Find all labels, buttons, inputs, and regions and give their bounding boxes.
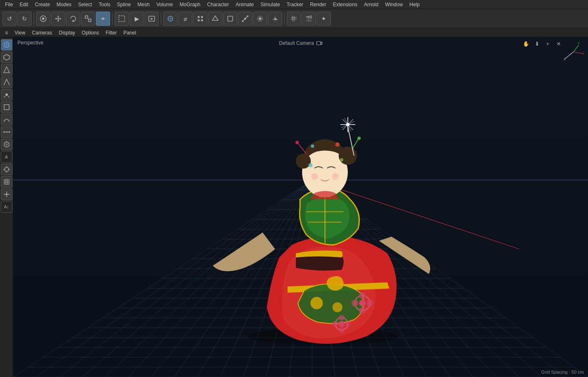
svg-point-89	[359, 300, 366, 306]
sidebar-point-mode[interactable]	[1, 89, 12, 100]
menu-simulate[interactable]: Simulate	[257, 1, 283, 8]
symmetry-button[interactable]	[268, 12, 282, 26]
live-selection-button[interactable]	[36, 12, 50, 26]
svg-point-102	[332, 173, 339, 180]
render-region-button[interactable]	[115, 12, 129, 26]
svg-line-107	[352, 139, 358, 149]
svg-marker-75	[321, 42, 322, 44]
camera-stage-button[interactable]: 🎬	[302, 12, 316, 26]
scale-button[interactable]	[81, 12, 95, 26]
sidebar-snap[interactable]	[1, 164, 12, 175]
view-menu-bar: ≡ View Cameras Display Options Filter Pa…	[0, 28, 588, 37]
perspective-label: Perspective	[17, 40, 44, 46]
sidebar-edge-mode[interactable]	[1, 76, 12, 88]
character-svg	[188, 100, 458, 349]
view-menu-view[interactable]: View	[11, 29, 29, 37]
view-menu-panel[interactable]: Panel	[120, 29, 140, 37]
render-view-button[interactable]: ▶	[130, 12, 144, 26]
soft-selection-button[interactable]	[253, 12, 267, 26]
svg-marker-6	[55, 18, 57, 20]
svg-point-101	[311, 173, 318, 180]
light-button[interactable]: ✦	[317, 12, 331, 26]
sidebar-uv-mode[interactable]	[1, 101, 12, 113]
menu-spline[interactable]: Spline	[113, 1, 134, 8]
sidebar-object-mode[interactable]	[1, 51, 12, 63]
svg-line-77	[573, 45, 579, 52]
viewport[interactable]: Perspective Default Camera ✋ ⬇ + ✕ Y X Z	[13, 37, 588, 377]
viewport-settings[interactable]: ✕	[554, 39, 563, 48]
floor-grid-button[interactable]	[287, 12, 301, 26]
menu-file[interactable]: File	[2, 1, 16, 8]
svg-point-58	[5, 167, 9, 171]
render-pic-button[interactable]	[145, 12, 159, 26]
menu-animate[interactable]: Animate	[232, 1, 257, 8]
view-hamburger[interactable]: ≡	[2, 29, 11, 37]
viewport-zoom-fit[interactable]: ⬇	[532, 39, 541, 48]
object-axis-button[interactable]	[163, 12, 177, 26]
svg-point-97	[345, 321, 351, 327]
view-menu-cameras[interactable]: Cameras	[29, 29, 56, 37]
sidebar-grid[interactable]	[1, 176, 12, 188]
svg-point-95	[339, 321, 344, 327]
menu-select[interactable]: Select	[75, 1, 95, 8]
menu-volume[interactable]: Volume	[153, 1, 176, 8]
menu-mograph[interactable]: MoGraph	[176, 1, 204, 8]
viewport-zoom-in[interactable]: +	[543, 39, 552, 48]
universal-transform-button[interactable]	[96, 12, 110, 26]
menu-modes[interactable]: Modes	[53, 1, 75, 8]
svg-rect-74	[317, 42, 321, 45]
toolbar-separator-3	[161, 12, 161, 25]
menu-render[interactable]: Render	[307, 1, 330, 8]
points-mode-button[interactable]	[193, 12, 207, 26]
menu-window[interactable]: Window	[382, 1, 406, 8]
menu-arnold[interactable]: Arnold	[361, 1, 382, 8]
svg-point-99	[332, 321, 338, 327]
joint-mode-button[interactable]	[238, 12, 252, 26]
view-menu-options[interactable]: Options	[79, 29, 102, 37]
sidebar-camera-mode[interactable]	[1, 139, 12, 150]
svg-marker-28	[212, 16, 218, 20]
camera-label: Default Camera	[279, 40, 322, 47]
svg-marker-8	[72, 20, 74, 22]
menu-help[interactable]: Help	[406, 1, 423, 8]
svg-marker-20	[151, 18, 153, 20]
menu-create[interactable]: Create	[32, 1, 53, 8]
menu-mesh[interactable]: Mesh	[134, 1, 153, 8]
sidebar-text-tool[interactable]: A↕	[1, 201, 12, 213]
svg-point-26	[198, 19, 200, 21]
sidebar-ruler[interactable]	[1, 126, 12, 138]
svg-rect-10	[89, 19, 91, 22]
svg-text:Y: Y	[578, 42, 580, 45]
undo-button[interactable]: ↺	[2, 12, 17, 26]
toolbar-separator-4	[284, 12, 285, 25]
menu-tracker[interactable]: Tracker	[283, 1, 307, 8]
axis-indicator: Y X Z	[563, 42, 584, 62]
sidebar-grid-snap[interactable]	[1, 188, 12, 200]
menu-character[interactable]: Character	[204, 1, 232, 8]
svg-rect-18	[119, 16, 125, 22]
sidebar-spline-mode[interactable]	[1, 114, 12, 125]
spline-mode-button[interactable]: ⌀	[178, 12, 192, 26]
polygon-mode-button[interactable]	[208, 12, 222, 26]
sidebar-model-mode[interactable]	[1, 39, 12, 51]
viewport-hand-tool[interactable]: ✋	[522, 39, 531, 48]
svg-point-109	[335, 142, 340, 147]
view-menu-display[interactable]: Display	[56, 29, 79, 37]
menu-tools[interactable]: Tools	[95, 1, 113, 8]
svg-text:X: X	[583, 52, 584, 56]
move-button[interactable]	[51, 12, 65, 26]
redo-button[interactable]: ↻	[17, 12, 32, 26]
camera-icon	[316, 40, 322, 47]
menu-extensions[interactable]: Extensions	[330, 1, 361, 8]
object-mode-button[interactable]	[223, 12, 237, 26]
svg-point-98	[339, 327, 344, 333]
svg-point-92	[359, 307, 366, 314]
sidebar-annotation[interactable]: A	[1, 151, 12, 163]
view-menu-filter[interactable]: Filter	[102, 29, 120, 37]
svg-point-13	[102, 17, 104, 20]
sidebar-polygon-mode[interactable]	[1, 64, 12, 76]
menu-edit[interactable]: Edit	[16, 1, 32, 8]
svg-point-91	[367, 300, 373, 306]
rotate-button[interactable]	[66, 12, 80, 26]
svg-line-105	[298, 143, 306, 154]
